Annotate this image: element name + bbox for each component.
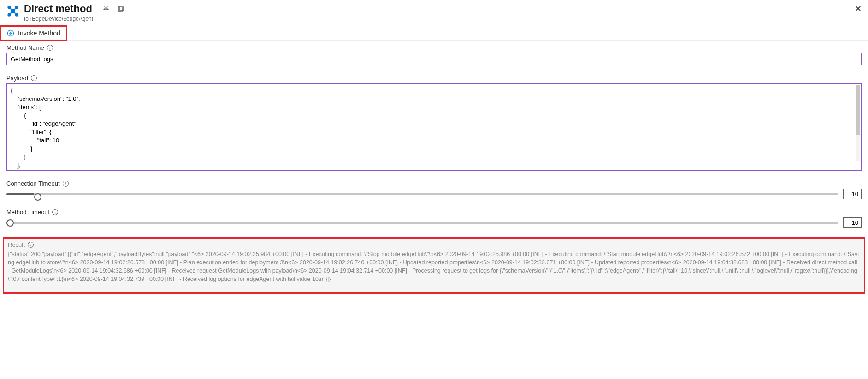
connection-timeout-slider[interactable] (6, 193, 838, 195)
close-icon[interactable]: ✕ (855, 4, 862, 14)
breadcrumb: IoTEdgeDevice/$edgeAgent (24, 16, 93, 22)
method-name-label: Method Name (6, 44, 44, 51)
invoke-method-label: Invoke Method (18, 29, 60, 37)
method-timeout-label: Method Timeout (6, 209, 49, 216)
page-title: Direct method (24, 3, 93, 15)
method-timeout-slider[interactable] (6, 222, 838, 224)
info-icon[interactable]: i (52, 209, 58, 215)
svg-line-5 (10, 8, 12, 10)
result-panel: Result i {"status":200,"payload":[{"id":… (3, 237, 865, 294)
info-icon[interactable]: i (28, 242, 34, 248)
method-name-input[interactable] (6, 53, 862, 65)
payload-textarea[interactable] (7, 84, 861, 169)
arrow-right-circle-icon (7, 29, 14, 37)
result-text: {"status":200,"payload":[{"id":"edgeAgen… (8, 250, 860, 283)
info-icon[interactable]: i (31, 75, 37, 81)
svg-point-2 (8, 14, 11, 16)
iot-device-icon (6, 5, 19, 17)
scrollbar-thumb[interactable] (856, 85, 860, 135)
connection-timeout-value[interactable] (843, 189, 862, 199)
svg-point-3 (16, 14, 18, 16)
connection-timeout-label: Connection Timeout (6, 180, 60, 187)
method-timeout-value[interactable] (843, 217, 862, 228)
svg-line-7 (10, 12, 12, 14)
info-icon[interactable]: i (63, 181, 69, 187)
svg-point-1 (16, 6, 18, 9)
svg-line-8 (14, 12, 16, 14)
svg-point-0 (8, 6, 11, 9)
svg-line-6 (14, 8, 16, 10)
copy-icon[interactable] (117, 6, 124, 15)
payload-label: Payload (6, 75, 28, 82)
pin-icon[interactable] (102, 6, 110, 15)
result-label: Result (8, 241, 25, 248)
invoke-method-button[interactable]: Invoke Method (0, 25, 67, 41)
info-icon[interactable]: i (47, 45, 53, 51)
